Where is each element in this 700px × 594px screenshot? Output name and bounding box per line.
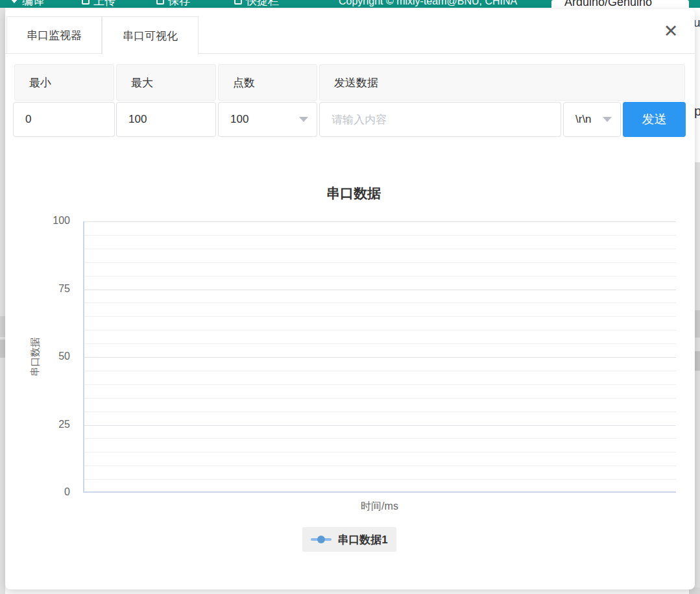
plot-area xyxy=(83,221,676,493)
toolbar-item[interactable]: 编译 xyxy=(10,0,44,8)
header-min: 最小 xyxy=(14,64,114,101)
screen: 编译上传保存快捷栏Copyright © mixly-team@BNU, CHI… xyxy=(0,0,700,594)
toolbar-item[interactable]: 快捷栏 xyxy=(234,0,279,8)
board-select-value: Arduino/Genuino xyxy=(564,0,652,9)
send-data-placeholder: 请输入内容 xyxy=(332,112,387,127)
line-series-dot-icon xyxy=(317,536,325,543)
toolbar-item-label: 快捷栏 xyxy=(246,0,279,8)
save-icon xyxy=(156,0,164,5)
upload-icon xyxy=(82,0,90,5)
y-tick-label: 0 xyxy=(31,486,70,498)
gridline xyxy=(84,221,676,222)
header-max: 最大 xyxy=(116,64,216,101)
gridline xyxy=(84,384,676,385)
gridline xyxy=(84,371,676,371)
send-button[interactable]: 发送 xyxy=(623,102,686,137)
panel-icon xyxy=(234,0,242,5)
y-tick-label: 25 xyxy=(31,419,70,430)
copyright-text: Copyright © mixly-team@BNU, CHINA xyxy=(339,0,517,7)
gridline xyxy=(84,235,676,236)
gridline xyxy=(84,452,676,452)
y-axis-title: 串口数据 xyxy=(29,318,42,396)
y-tick-label: 100 xyxy=(31,215,70,227)
header-points: 点数 xyxy=(218,64,317,101)
gridline xyxy=(84,412,676,412)
toolbar-item[interactable]: 上传 xyxy=(82,0,115,8)
points-select-value: 100 xyxy=(230,113,248,126)
gridline xyxy=(84,357,676,358)
gridline xyxy=(84,343,676,344)
tab-label: 串口监视器 xyxy=(27,28,82,43)
points-select[interactable]: 100 xyxy=(218,102,317,137)
gridline xyxy=(84,262,676,263)
chevron-down-icon xyxy=(603,117,612,122)
max-input[interactable]: 100 xyxy=(116,102,216,137)
toolbar-item-label: 保存 xyxy=(168,0,190,8)
underlying-left-band xyxy=(0,316,5,337)
close-icon[interactable]: ✕ xyxy=(659,19,682,43)
chart-title: 串口数据 xyxy=(5,184,700,203)
occluded-text-fragment: p xyxy=(694,104,700,119)
y-tick-label: 75 xyxy=(31,283,70,295)
toolbar-item[interactable]: 保存 xyxy=(156,0,190,8)
underlying-left-strip xyxy=(0,8,5,594)
gridline xyxy=(84,303,676,303)
min-input[interactable]: 0 xyxy=(13,102,115,137)
gridline xyxy=(84,276,676,277)
tab-label: 串口可视化 xyxy=(123,29,178,43)
tab-serial-visualization[interactable]: 串口可视化 xyxy=(102,16,199,55)
line-series-marker-icon xyxy=(311,538,332,541)
underlying-left-band xyxy=(0,340,5,358)
gridline xyxy=(84,316,676,317)
gridline xyxy=(84,465,676,466)
legend-label: 串口数据1 xyxy=(337,532,387,547)
toolbar-item-label: 编译 xyxy=(22,0,44,8)
send-data-input[interactable]: 请输入内容 xyxy=(319,102,561,137)
line-ending-value: \r\n xyxy=(575,113,592,126)
chevron-down-icon xyxy=(299,117,308,122)
gridline xyxy=(84,438,676,439)
serial-visualization-dialog: 串口监视器 串口可视化 ✕ 最小 最大 点数 发送数据 0 100 100 请输… xyxy=(5,9,695,589)
gridline xyxy=(84,249,676,249)
caret-down-icon xyxy=(10,0,18,3)
gridline xyxy=(84,398,676,399)
line-ending-select[interactable]: \r\n xyxy=(563,102,621,137)
gridline xyxy=(84,479,676,480)
gridline xyxy=(84,330,676,330)
header-send-data: 发送数据 xyxy=(319,64,685,101)
gridline xyxy=(84,425,676,426)
toolbar-item-label: 上传 xyxy=(93,0,115,8)
gridline xyxy=(84,290,676,290)
x-axis-title: 时间/ms xyxy=(315,500,444,514)
legend-item-series1[interactable]: 串口数据1 xyxy=(302,527,396,552)
tab-serial-monitor[interactable]: 串口监视器 xyxy=(6,16,102,54)
